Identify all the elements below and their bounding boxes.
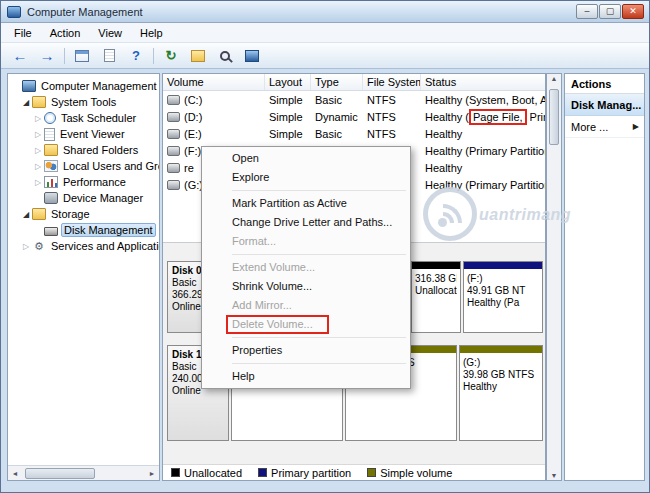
simple-volume-bar — [460, 346, 542, 353]
toolbar-separator — [64, 48, 65, 64]
volume-list-header: Volume Layout Type File System Status — [163, 74, 545, 91]
unallocated-bar — [412, 262, 460, 269]
collapse-arrow-icon[interactable]: ▷ — [32, 146, 44, 155]
volume-icon — [167, 163, 180, 173]
unallocated-swatch — [171, 468, 180, 477]
menu-item-shrink-volume[interactable]: Shrink Volume... — [204, 277, 408, 296]
status-cell: Healthy — [421, 126, 545, 142]
tree-item-device-manager[interactable]: Device Manager — [8, 190, 159, 206]
legend-primary-partition: Primary partition — [258, 467, 351, 479]
menu-item-explore[interactable]: Explore — [204, 168, 408, 187]
folder-up-icon[interactable] — [188, 46, 208, 66]
computer-icon — [22, 80, 36, 92]
menu-bar: File Action View Help — [1, 23, 649, 43]
forward-icon[interactable]: → — [37, 46, 57, 66]
title-bar[interactable]: Computer Management – ▢ ✕ — [1, 1, 649, 23]
collapse-arrow-icon[interactable]: ▷ — [20, 242, 32, 251]
close-button[interactable]: ✕ — [622, 4, 644, 19]
column-layout[interactable]: Layout — [265, 74, 311, 90]
tree-item-event-viewer[interactable]: ▷ Event Viewer — [8, 126, 159, 142]
tree-item-disk-management[interactable]: Disk Management — [8, 222, 159, 238]
disk-0-unallocated[interactable]: 316.38 GB Unallocated — [411, 261, 461, 333]
volume-row-c[interactable]: (C:) Simple Basic NTFS Healthy (System, … — [163, 91, 545, 108]
minimize-button[interactable]: – — [576, 4, 598, 19]
menu-item-extend-volume[interactable]: Extend Volume... — [204, 258, 408, 277]
tree-item-system-tools[interactable]: ◢ System Tools — [8, 94, 159, 110]
menu-file[interactable]: File — [5, 25, 41, 41]
toolbar-separator — [153, 48, 154, 64]
console-tree-pane: Computer Management (Lo ◢ System Tools ▷… — [7, 73, 160, 481]
scroll-left-icon[interactable]: ◄ — [8, 470, 22, 477]
collapse-arrow-icon[interactable]: ▷ — [32, 114, 44, 123]
scroll-right-icon[interactable]: ► — [145, 470, 159, 477]
app-icon — [7, 6, 21, 18]
menu-separator — [232, 363, 406, 364]
volume-icon — [167, 112, 180, 122]
column-type[interactable]: Type — [311, 74, 363, 90]
volume-icon — [167, 129, 180, 139]
clock-icon — [44, 112, 56, 124]
scroll-up-icon[interactable]: ▲ — [547, 75, 561, 82]
submenu-arrow-icon: ▶ — [633, 122, 639, 131]
disk-1-partition-g[interactable]: (G:) 39.98 GB NTFS Healthy — [459, 345, 543, 441]
disk-0-partition-f[interactable]: (F:) 49.91 GB NT Healthy (Pa — [463, 261, 543, 333]
column-status[interactable]: Status — [421, 74, 545, 90]
vertical-scrollbar[interactable]: ▲ ▼ — [546, 73, 562, 481]
simple-volume-swatch — [367, 468, 376, 477]
refresh-icon[interactable]: ↻ — [161, 46, 181, 66]
menu-item-add-mirror[interactable]: Add Mirror... — [204, 296, 408, 315]
menu-item-open[interactable]: Open — [204, 149, 408, 168]
menu-view[interactable]: View — [89, 25, 131, 41]
scrollbar-thumb[interactable] — [25, 468, 95, 479]
tree-item-task-scheduler[interactable]: ▷ Task Scheduler — [8, 110, 159, 126]
menu-item-delete-volume[interactable]: Delete Volume... — [204, 315, 408, 334]
tree-item-performance[interactable]: ▷ Performance — [8, 174, 159, 190]
tree-horizontal-scrollbar[interactable]: ◄ ► — [8, 465, 159, 480]
menu-help[interactable]: Help — [131, 25, 172, 41]
gear-icon: ⚙ — [32, 240, 46, 252]
tree-item-storage[interactable]: ◢ Storage — [8, 206, 159, 222]
menu-separator — [232, 337, 406, 338]
menu-item-format[interactable]: Format... — [204, 232, 408, 251]
more-actions-item[interactable]: More ... ▶ — [565, 116, 644, 138]
primary-partition-bar — [464, 262, 542, 269]
menu-separator — [232, 254, 406, 255]
status-cell: Healthy (System, Boot, Ac — [421, 92, 545, 108]
legend-unallocated: Unallocated — [171, 467, 242, 479]
collapse-arrow-icon[interactable]: ▷ — [32, 162, 44, 171]
actions-pane: Actions Disk Manag... More ... ▶ — [564, 73, 645, 481]
tree-item-services-applications[interactable]: ▷ ⚙ Services and Application — [8, 238, 159, 254]
tree-item-shared-folders[interactable]: ▷ Shared Folders — [8, 142, 159, 158]
volume-row-e[interactable]: (E:) Simple Basic NTFS Healthy — [163, 125, 545, 142]
column-volume[interactable]: Volume — [163, 74, 265, 90]
volume-row-d[interactable]: (D:) Simple Dynamic NTFS Healthy (Page F… — [163, 108, 545, 125]
window-title: Computer Management — [27, 6, 143, 18]
back-icon[interactable]: ← — [10, 46, 30, 66]
expand-arrow-icon[interactable]: ◢ — [20, 210, 32, 219]
find-icon[interactable] — [215, 46, 235, 66]
actions-disk-management-group[interactable]: Disk Manag... — [565, 94, 644, 116]
scrollbar-thumb[interactable] — [549, 89, 559, 145]
help-icon[interactable]: ? — [126, 46, 146, 66]
export-list-icon[interactable] — [99, 46, 119, 66]
menu-item-mark-partition-active[interactable]: Mark Partition as Active — [204, 194, 408, 213]
show-console-tree-icon[interactable] — [72, 46, 92, 66]
tree-item-local-users-groups[interactable]: ▷ Local Users and Grou — [8, 158, 159, 174]
menu-item-change-drive-letter[interactable]: Change Drive Letter and Paths... — [204, 213, 408, 232]
computer-icon[interactable] — [242, 46, 262, 66]
menu-action[interactable]: Action — [41, 25, 90, 41]
primary-partition-swatch — [258, 468, 267, 477]
device-icon — [44, 192, 58, 204]
menu-item-help[interactable]: Help — [204, 367, 408, 386]
tree-item-computer-management[interactable]: Computer Management (Lo — [8, 78, 159, 94]
users-icon — [44, 160, 58, 172]
collapse-arrow-icon[interactable]: ▷ — [32, 130, 44, 139]
maximize-button[interactable]: ▢ — [599, 4, 621, 19]
expand-arrow-icon[interactable]: ◢ — [20, 98, 32, 107]
menu-item-properties[interactable]: Properties — [204, 341, 408, 360]
column-file-system[interactable]: File System — [363, 74, 421, 90]
event-log-icon — [44, 128, 55, 141]
scroll-down-icon[interactable]: ▼ — [547, 472, 561, 479]
collapse-arrow-icon[interactable]: ▷ — [32, 178, 44, 187]
menu-separator — [232, 190, 406, 191]
